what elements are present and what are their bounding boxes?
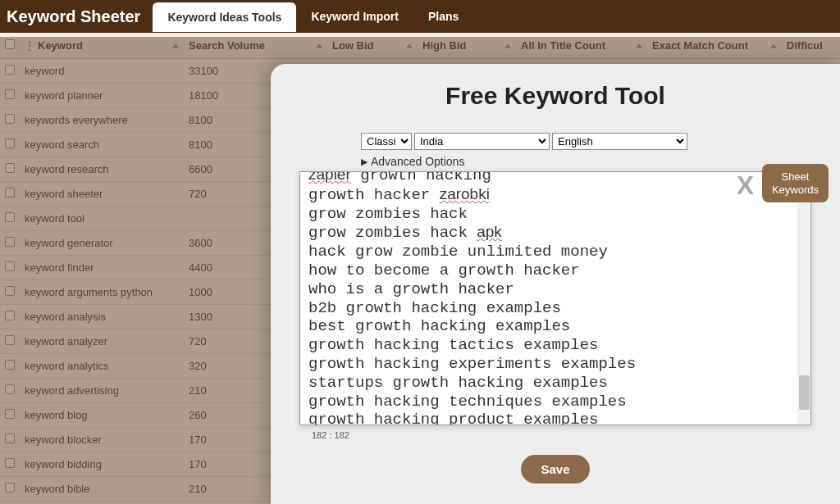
menu-dots-icon[interactable]: ⋮ [25, 40, 34, 52]
row-checkbox[interactable] [5, 311, 15, 320]
cell-keyword: keyword bible [20, 477, 184, 502]
row-checkbox[interactable] [5, 483, 15, 493]
result-line: growth hacking product examples [308, 411, 802, 425]
cell-keyword: keyword finder [20, 256, 184, 280]
mode-select[interactable]: Classic [361, 133, 412, 150]
row-checkbox[interactable] [5, 261, 15, 271]
save-button[interactable]: Save [521, 455, 589, 484]
result-line: b2b growth hacking examples [308, 299, 802, 318]
cell-keyword: keyword arguments python [20, 280, 184, 305]
sort-icon[interactable] [504, 43, 511, 48]
sort-icon[interactable] [636, 43, 642, 48]
modal-controls: Classic India English [361, 133, 811, 150]
row-checkbox[interactable] [5, 458, 15, 468]
cell-keyword: keyword blocker [20, 428, 184, 452]
result-line: how to become a growth hacker [308, 261, 802, 280]
row-checkbox[interactable] [5, 434, 15, 443]
row-checkbox[interactable] [5, 335, 15, 345]
result-line: hack grow zombie unlimited money [308, 243, 802, 261]
header-low-bid[interactable]: Low Bid [327, 33, 418, 59]
result-counter: 182 : 182 [312, 430, 811, 440]
cell-keyword: keyword sheeter [20, 182, 184, 207]
close-icon[interactable]: X [737, 170, 754, 201]
result-line: grow zombies hack [308, 205, 802, 224]
language-select[interactable]: English [552, 133, 687, 150]
header-difficulty[interactable]: Difficul [782, 33, 840, 59]
row-checkbox[interactable] [5, 286, 15, 296]
tab-plans[interactable]: Plans [413, 2, 473, 31]
cell-keyword: keyword analyzer [20, 329, 184, 354]
cell-keyword: keyword generator [20, 231, 184, 256]
row-checkbox[interactable] [5, 212, 15, 222]
row-checkbox[interactable] [5, 138, 15, 148]
cell-keyword: keyword tool [20, 207, 184, 231]
row-checkbox[interactable] [5, 65, 15, 75]
sort-icon[interactable] [172, 43, 179, 48]
header-exact-match[interactable]: Exact Match Count [647, 33, 782, 59]
row-checkbox[interactable] [5, 237, 15, 247]
cell-keyword: keyword blog [20, 403, 184, 428]
header-high-bid[interactable]: High Bid [418, 33, 516, 59]
keyword-tool-modal: Free Keyword Tool Classic India English … [271, 64, 840, 504]
cell-keyword: keyword [20, 59, 184, 84]
country-select[interactable]: India [414, 133, 550, 150]
cell-keyword: keyword research [20, 157, 184, 182]
header-checkbox[interactable] [0, 33, 20, 59]
result-line: growth hacking tactics examples [308, 336, 802, 355]
result-line: growth hacking techniques examples [308, 393, 802, 411]
cell-keyword: keyword bidding [20, 452, 184, 477]
result-line: grow zombies hack apk [308, 223, 802, 243]
cell-keyword: keyword analytics [20, 354, 184, 379]
result-line: zapier growth hacking [308, 171, 802, 185]
results-textarea[interactable]: zapier growth hackinggrowth hacker zarob… [299, 171, 811, 425]
header-in-title[interactable]: All In Title Count [516, 33, 647, 59]
cell-keyword: keyword builder [20, 502, 184, 505]
tab-keyword-import[interactable]: Keyword Import [296, 2, 413, 31]
row-checkbox[interactable] [5, 163, 15, 173]
scroll-thumb[interactable] [799, 375, 810, 410]
tab-keyword-ideas[interactable]: Keyword Ideas Tools [153, 2, 296, 32]
header-search-volume[interactable]: Search Volume [184, 33, 327, 59]
sort-icon[interactable] [406, 43, 413, 48]
row-checkbox[interactable] [5, 384, 15, 394]
cell-keyword: keyword advertising [20, 379, 184, 403]
header: Keyword Sheeter Keyword Ideas Tools Keyw… [0, 0, 840, 33]
row-checkbox[interactable] [5, 188, 15, 198]
sheet-keywords-button[interactable]: SheetKeywords [762, 164, 829, 202]
cell-keyword: keyword planner [20, 84, 184, 108]
result-line: startups growth hacking examples [308, 374, 802, 393]
result-line: best growth hacking examples [308, 317, 802, 336]
result-line: growth hacking experiments examples [308, 355, 802, 374]
header-keyword[interactable]: ⋮Keyword [20, 33, 184, 59]
advanced-options-toggle[interactable]: Advanced Options [361, 155, 811, 168]
cell-keyword: keyword analysis [20, 305, 184, 329]
app-logo: Keyword Sheeter [7, 7, 140, 26]
row-checkbox[interactable] [5, 360, 15, 370]
result-line: growth hacker zarobki [308, 185, 802, 205]
modal-title: Free Keyword Tool [299, 82, 811, 110]
row-checkbox[interactable] [5, 89, 15, 99]
sort-icon[interactable] [770, 43, 777, 48]
result-line: who is a growth hacker [308, 280, 802, 299]
row-checkbox[interactable] [5, 409, 15, 419]
row-checkbox[interactable] [5, 114, 15, 124]
sort-icon[interactable] [316, 43, 322, 48]
cell-keyword: keywords everywhere [20, 108, 184, 133]
cell-keyword: keyword search [20, 133, 184, 157]
